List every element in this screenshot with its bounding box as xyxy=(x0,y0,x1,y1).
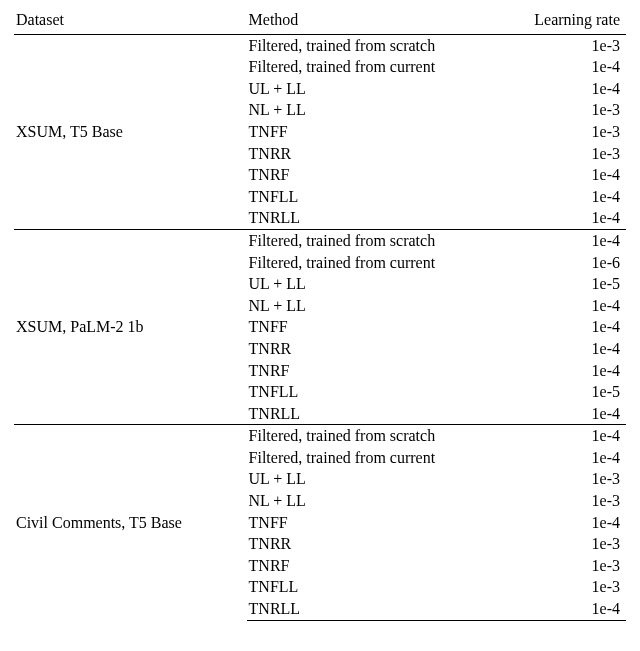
lr-cell: 1e-5 xyxy=(504,273,626,295)
lr-cell: 1e-4 xyxy=(504,186,626,208)
method-cell: TNRR xyxy=(247,338,504,360)
lr-cell: 1e-4 xyxy=(504,78,626,100)
col-method: Method xyxy=(247,6,504,34)
method-cell: TNRR xyxy=(247,533,504,555)
lr-cell: 1e-4 xyxy=(504,598,626,620)
col-dataset: Dataset xyxy=(14,6,247,34)
lr-cell: 1e-4 xyxy=(504,512,626,534)
method-cell: Filtered, trained from current xyxy=(247,252,504,274)
method-cell: Filtered, trained from current xyxy=(247,56,504,78)
method-cell: TNFF xyxy=(247,316,504,338)
lr-cell: 1e-3 xyxy=(504,490,626,512)
method-cell: TNRLL xyxy=(247,207,504,229)
lr-cell: 1e-4 xyxy=(504,338,626,360)
lr-cell: 1e-4 xyxy=(504,295,626,317)
lr-cell: 1e-3 xyxy=(504,99,626,121)
lr-cell: 1e-4 xyxy=(504,207,626,229)
lr-cell: 1e-6 xyxy=(504,252,626,274)
method-cell: TNFF xyxy=(247,121,504,143)
method-cell: TNRF xyxy=(247,164,504,186)
lr-cell: 1e-3 xyxy=(504,533,626,555)
lr-cell: 1e-4 xyxy=(504,403,626,425)
method-cell: UL + LL xyxy=(247,78,504,100)
method-cell: Filtered, trained from scratch xyxy=(247,229,504,251)
lr-cell: 1e-5 xyxy=(504,381,626,403)
method-cell: UL + LL xyxy=(247,468,504,490)
lr-cell: 1e-4 xyxy=(504,229,626,251)
method-cell: TNRF xyxy=(247,360,504,382)
method-cell: Filtered, trained from scratch xyxy=(247,34,504,56)
table-row: Civil Comments, T5 BaseFiltered, trained… xyxy=(14,425,626,447)
dataset-cell: XSUM, T5 Base xyxy=(14,34,247,229)
table-body: XSUM, T5 BaseFiltered, trained from scra… xyxy=(14,34,626,620)
method-cell: NL + LL xyxy=(247,99,504,121)
lr-cell: 1e-3 xyxy=(504,576,626,598)
method-cell: TNRLL xyxy=(247,403,504,425)
method-cell: NL + LL xyxy=(247,490,504,512)
table-header-row: Dataset Method Learning rate xyxy=(14,6,626,34)
table-row: XSUM, T5 BaseFiltered, trained from scra… xyxy=(14,34,626,56)
lr-cell: 1e-4 xyxy=(504,425,626,447)
method-cell: Filtered, trained from current xyxy=(247,447,504,469)
method-cell: TNFLL xyxy=(247,576,504,598)
lr-cell: 1e-3 xyxy=(504,34,626,56)
table-row: XSUM, PaLM-2 1bFiltered, trained from sc… xyxy=(14,229,626,251)
lr-cell: 1e-4 xyxy=(504,316,626,338)
method-cell: TNRLL xyxy=(247,598,504,620)
method-cell: TNFLL xyxy=(247,186,504,208)
dataset-cell: Civil Comments, T5 Base xyxy=(14,425,247,620)
lr-cell: 1e-3 xyxy=(504,121,626,143)
lr-cell: 1e-3 xyxy=(504,555,626,577)
lr-cell: 1e-4 xyxy=(504,447,626,469)
table-container: Dataset Method Learning rate XSUM, T5 Ba… xyxy=(0,0,640,631)
dataset-cell: XSUM, PaLM-2 1b xyxy=(14,229,247,424)
lr-cell: 1e-4 xyxy=(504,164,626,186)
lr-cell: 1e-4 xyxy=(504,56,626,78)
method-cell: NL + LL xyxy=(247,295,504,317)
lr-cell: 1e-4 xyxy=(504,360,626,382)
lr-cell: 1e-3 xyxy=(504,143,626,165)
col-lr: Learning rate xyxy=(504,6,626,34)
method-cell: TNFLL xyxy=(247,381,504,403)
method-cell: TNRR xyxy=(247,143,504,165)
method-cell: TNRF xyxy=(247,555,504,577)
lr-table: Dataset Method Learning rate XSUM, T5 Ba… xyxy=(14,6,626,621)
method-cell: UL + LL xyxy=(247,273,504,295)
method-cell: TNFF xyxy=(247,512,504,534)
method-cell: Filtered, trained from scratch xyxy=(247,425,504,447)
lr-cell: 1e-3 xyxy=(504,468,626,490)
